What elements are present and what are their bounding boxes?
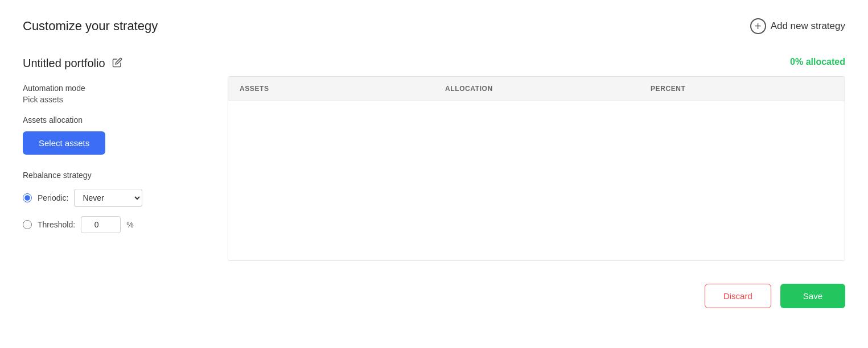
add-strategy-button[interactable]: + Add new strategy: [750, 18, 845, 34]
allocated-badge: 0% allocated: [228, 57, 845, 67]
periodic-row: Periodic: Never Daily Weekly Monthly: [23, 189, 205, 207]
automation-mode-label: Automation mode: [23, 84, 205, 93]
automation-mode-value: Pick assets: [23, 95, 205, 104]
table-header-percent: PERCENT: [639, 77, 845, 101]
plus-circle-icon: +: [750, 18, 766, 34]
threshold-radio[interactable]: [23, 220, 32, 229]
edit-icon[interactable]: [112, 57, 122, 70]
threshold-input[interactable]: [81, 216, 121, 233]
footer-actions: Discard Save: [23, 284, 845, 308]
periodic-select[interactable]: Never Daily Weekly Monthly: [74, 189, 142, 207]
save-button[interactable]: Save: [780, 284, 845, 308]
page-title: Customize your strategy: [23, 19, 158, 34]
percent-label: %: [126, 220, 133, 229]
portfolio-header: Untitled portfolio: [23, 57, 205, 70]
threshold-row: Threshold: %: [23, 216, 205, 233]
assets-table: ASSETS ALLOCATION PERCENT: [228, 76, 845, 261]
add-strategy-label: Add new strategy: [771, 20, 845, 32]
periodic-radio[interactable]: [23, 193, 32, 202]
table-body: [228, 101, 845, 260]
table-header: ASSETS ALLOCATION PERCENT: [228, 77, 845, 101]
periodic-label: Periodic:: [38, 193, 68, 202]
right-panel: 0% allocated ASSETS ALLOCATION PERCENT: [228, 57, 845, 261]
table-header-assets: ASSETS: [228, 77, 434, 101]
table-header-allocation: ALLOCATION: [434, 77, 639, 101]
rebalance-strategy-label: Rebalance strategy: [23, 171, 205, 180]
discard-button[interactable]: Discard: [705, 284, 771, 308]
select-assets-button[interactable]: Select assets: [23, 131, 105, 155]
left-panel: Untitled portfolio Automation mode Pick …: [23, 57, 228, 261]
threshold-label: Threshold:: [38, 220, 75, 229]
assets-allocation-label: Assets allocation: [23, 115, 205, 125]
portfolio-name: Untitled portfolio: [23, 57, 105, 70]
